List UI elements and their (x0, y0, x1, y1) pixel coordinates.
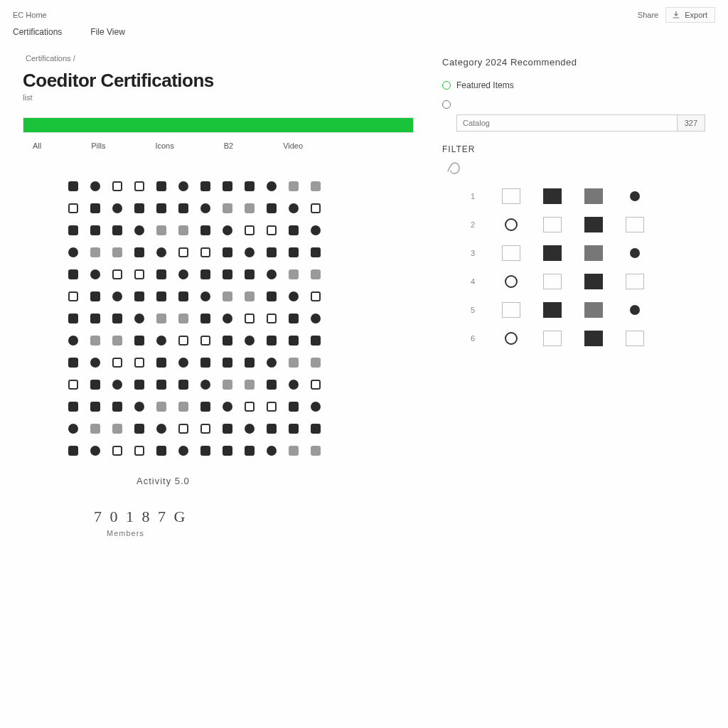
grid-cell[interactable] (220, 289, 235, 304)
grid-cell[interactable] (132, 311, 147, 326)
grid-cell[interactable] (198, 200, 213, 216)
grid-cell[interactable] (308, 267, 323, 282)
grid-cell[interactable] (308, 355, 323, 370)
grid-cell[interactable] (286, 311, 301, 326)
grid-cell[interactable] (132, 443, 147, 459)
grid-cell[interactable] (87, 245, 103, 260)
grid-cell[interactable] (264, 289, 279, 304)
grid-cell[interactable] (87, 289, 103, 304)
grid-cell[interactable] (242, 200, 257, 216)
grid-cell[interactable] (264, 399, 279, 414)
grid-cell[interactable] (242, 178, 257, 194)
grid-cell[interactable] (220, 399, 235, 414)
grid-cell[interactable] (154, 200, 169, 216)
grid-cell[interactable] (198, 355, 213, 370)
grid-cell[interactable] (87, 355, 103, 370)
grid-cell[interactable] (308, 200, 323, 216)
grid-cell[interactable] (242, 333, 257, 348)
menu-item-b[interactable]: File View (90, 27, 124, 37)
swatch-cell[interactable] (584, 188, 603, 204)
swatch-cell[interactable] (543, 188, 562, 204)
grid-cell[interactable] (109, 355, 125, 370)
grid-cell[interactable] (176, 333, 191, 348)
grid-cell[interactable] (286, 399, 301, 414)
grid-cell[interactable] (176, 267, 191, 282)
grid-cell[interactable] (132, 289, 147, 304)
grid-cell[interactable] (220, 200, 235, 216)
grid-cell[interactable] (220, 377, 235, 392)
sidebar-item-featured[interactable]: Featured Items (442, 80, 705, 90)
grid-cell[interactable] (65, 443, 81, 459)
menu-item-a[interactable]: Certifications (13, 27, 62, 37)
grid-cell[interactable] (65, 200, 81, 216)
grid-cell[interactable] (109, 178, 125, 194)
grid-cell[interactable] (154, 443, 169, 459)
grid-cell[interactable] (87, 443, 103, 459)
grid-cell[interactable] (154, 178, 169, 194)
grid-cell[interactable] (87, 399, 103, 414)
grid-cell[interactable] (109, 377, 125, 392)
swatch-cell[interactable] (626, 188, 644, 204)
grid-cell[interactable] (242, 267, 257, 282)
grid-cell[interactable] (308, 223, 323, 238)
grid-cell[interactable] (154, 399, 169, 414)
tab-b2[interactable]: B2 (224, 141, 233, 150)
grid-cell[interactable] (198, 311, 213, 326)
grid-cell[interactable] (176, 245, 191, 260)
grid-cell[interactable] (176, 355, 191, 370)
tab-video[interactable]: Video (283, 141, 303, 150)
grid-cell[interactable] (87, 200, 103, 216)
grid-cell[interactable] (264, 311, 279, 326)
grid-cell[interactable] (109, 333, 125, 348)
grid-cell[interactable] (176, 178, 191, 194)
swatch-cell[interactable] (626, 302, 644, 318)
grid-cell[interactable] (176, 399, 191, 414)
grid-cell[interactable] (109, 443, 125, 459)
swatch-cell[interactable] (584, 331, 603, 346)
grid-cell[interactable] (87, 333, 103, 348)
grid-cell[interactable] (109, 245, 125, 260)
grid-cell[interactable] (109, 289, 125, 304)
grid-cell[interactable] (220, 333, 235, 348)
swatch-cell[interactable] (543, 245, 562, 261)
grid-cell[interactable] (242, 399, 257, 414)
grid-cell[interactable] (65, 333, 81, 348)
grid-cell[interactable] (132, 267, 147, 282)
grid-cell[interactable] (308, 333, 323, 348)
grid-cell[interactable] (109, 267, 125, 282)
grid-cell[interactable] (308, 399, 323, 414)
topbar-export-button[interactable]: Export (665, 7, 715, 23)
grid-cell[interactable] (154, 421, 169, 437)
swatch-cell[interactable] (502, 302, 520, 318)
grid-cell[interactable] (242, 421, 257, 437)
grid-cell[interactable] (154, 289, 169, 304)
grid-cell[interactable] (286, 443, 301, 459)
grid-cell[interactable] (65, 289, 81, 304)
grid-cell[interactable] (220, 443, 235, 459)
grid-cell[interactable] (242, 289, 257, 304)
grid-cell[interactable] (132, 355, 147, 370)
swatch-cell[interactable] (626, 245, 644, 261)
swatch-cell[interactable] (626, 274, 644, 289)
grid-cell[interactable] (308, 245, 323, 260)
grid-cell[interactable] (154, 311, 169, 326)
grid-cell[interactable] (65, 267, 81, 282)
tab-all[interactable]: All (33, 141, 41, 150)
grid-cell[interactable] (264, 223, 279, 238)
swatch-cell[interactable] (584, 302, 603, 318)
grid-cell[interactable] (264, 421, 279, 437)
grid-cell[interactable] (132, 178, 147, 194)
grid-cell[interactable] (132, 377, 147, 392)
grid-cell[interactable] (65, 399, 81, 414)
catalog-search-input[interactable] (456, 114, 678, 132)
swatch-cell[interactable] (584, 274, 603, 289)
grid-cell[interactable] (176, 311, 191, 326)
grid-cell[interactable] (286, 178, 301, 194)
grid-cell[interactable] (65, 421, 81, 437)
grid-cell[interactable] (154, 245, 169, 260)
grid-cell[interactable] (286, 223, 301, 238)
grid-cell[interactable] (198, 245, 213, 260)
grid-cell[interactable] (198, 289, 213, 304)
swatch-cell[interactable] (584, 217, 603, 232)
grid-cell[interactable] (198, 223, 213, 238)
